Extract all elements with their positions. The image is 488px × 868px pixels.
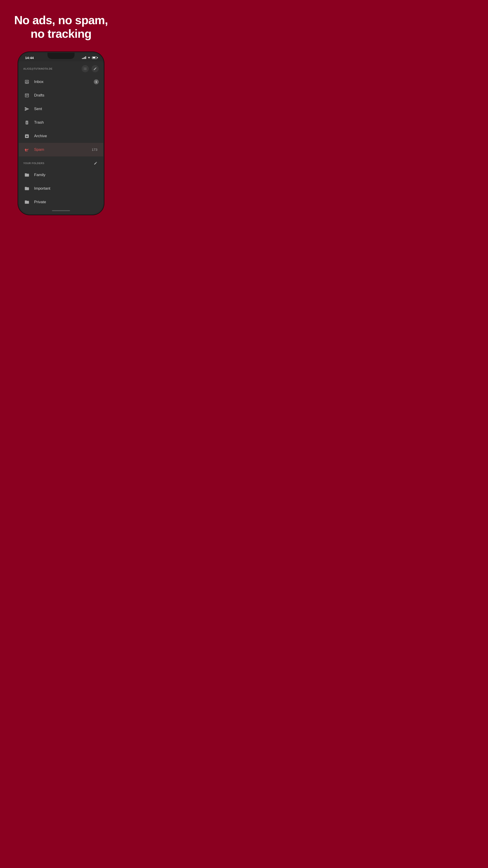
spam-label: Spam [34,147,90,152]
family-folder-icon [23,171,31,179]
spam-icon [23,146,31,153]
important-label: Important [34,186,99,191]
battery-icon [92,57,97,59]
sidebar-item-drafts[interactable]: Drafts [19,89,103,102]
sidebar-item-trash[interactable]: Trash [19,116,103,129]
sidebar-item-important[interactable]: Important [19,182,103,195]
compose-button[interactable] [92,65,99,72]
private-label: Private [34,200,99,204]
sidebar-item-inbox[interactable]: Inbox 1 [19,75,103,89]
edit-folders-button[interactable] [92,160,99,166]
archive-icon [23,132,31,140]
checklist-icon [84,67,87,70]
inbox-badge: 1 [94,79,99,84]
your-folders-title: YOUR FOLDERS [23,162,44,164]
wifi-icon [88,56,91,59]
home-bar [52,210,70,211]
sent-icon [23,105,31,113]
inbox-label: Inbox [34,80,94,84]
sent-label: Sent [34,107,99,111]
phone-mockup: 14:44 [18,52,104,215]
drafts-icon [23,92,31,99]
compose-icon [93,67,97,70]
hero-line2: no tracking [31,27,91,40]
drafts-label: Drafts [34,93,99,98]
spam-badge: 173 [90,147,99,152]
checklist-button[interactable] [82,65,89,72]
family-label: Family [34,173,99,177]
phone-frame: 14:44 [18,52,104,215]
your-folders-section-header: YOUR FOLDERS [19,156,103,168]
phone-notch [47,53,74,59]
archive-label: Archive [34,134,99,138]
status-time: 14:44 [25,56,34,60]
hero-section: No ads, no spam, no tracking [0,0,122,50]
sidebar-item-family[interactable]: Family [19,168,103,182]
sidebar-item-sent[interactable]: Sent [19,102,103,116]
sidebar-item-private[interactable]: Private [19,195,103,207]
nav-items-list: Inbox 1 Drafts [19,75,103,207]
navigation-drawer: ALICE@TUTANOTA.DE [19,61,103,214]
svg-point-1 [27,150,28,150]
private-folder-icon [23,198,31,206]
status-icons [82,56,97,59]
svg-point-0 [26,150,27,150]
hero-line1: No ads, no spam, [14,13,108,27]
inbox-icon [23,78,31,86]
sidebar-item-archive[interactable]: Archive [19,129,103,143]
sidebar-item-spam[interactable]: Spam 173 [19,143,103,156]
edit-icon [94,161,97,165]
home-indicator [19,207,103,214]
signal-icon [82,56,86,59]
phone-screen: 14:44 [19,53,103,214]
trash-label: Trash [34,120,99,125]
trash-icon [23,119,31,126]
header-actions [82,65,99,72]
important-folder-icon [23,185,31,192]
hero-title: No ads, no spam, no tracking [9,13,113,41]
account-email: ALICE@TUTANOTA.DE [23,67,53,70]
drawer-header: ALICE@TUTANOTA.DE [19,61,103,75]
